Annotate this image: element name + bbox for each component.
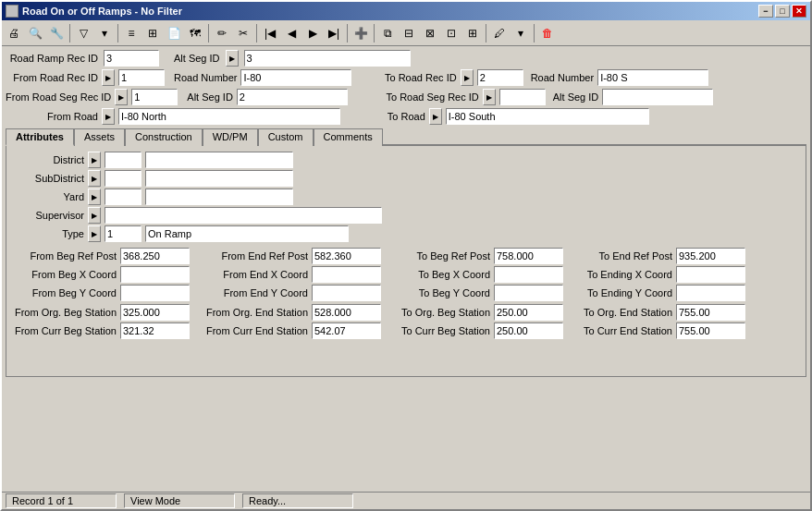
from-beg-ref-post-input[interactable] [120,248,190,264]
supervisor-input[interactable] [105,207,382,224]
close-button[interactable]: ✕ [792,5,806,18]
tab-attributes[interactable]: Attributes [6,128,74,146]
print-button[interactable]: 🖨 [4,23,24,43]
road-ramp-rec-id-input[interactable] [104,50,159,67]
from-org-end-input[interactable] [312,304,381,321]
tools-button[interactable]: 🔧 [46,23,67,43]
subdistrict-input1[interactable] [105,170,141,187]
edit-button[interactable]: ✏ [212,23,232,43]
tab-bar: Attributes Assets Construction WD/PM Cus… [6,128,806,146]
from-road-seg-rec-id-input[interactable] [131,89,178,105]
yard-arrow[interactable]: ▶ [88,189,101,205]
to-end-y-input[interactable] [676,285,745,301]
from-end-y-label: From End Y Coord [197,287,308,298]
district-input2[interactable] [145,152,293,168]
from-end-x-label: From End X Coord [197,269,308,280]
nav-last-button[interactable]: ▶| [324,23,344,43]
filter-down[interactable]: ▾ [94,23,115,43]
layers-btn1[interactable]: ⧉ [377,23,398,43]
to-road-input[interactable] [446,108,649,125]
to-road-rec-id-input[interactable] [477,69,523,86]
layers-btn5[interactable]: ⊞ [462,23,483,43]
supervisor-arrow[interactable]: ▶ [88,207,101,224]
highlight-down[interactable]: ▾ [511,23,531,43]
from-beg-y-input[interactable] [120,285,190,301]
from-end-y-input[interactable] [312,285,381,301]
filter-button[interactable]: ▽ [73,23,93,43]
from-beg-x-input[interactable] [120,266,190,283]
road-number-from-label: Road Number [174,72,237,83]
to-end-x-input[interactable] [676,266,745,283]
to-end-y-label: To Ending Y Coord [571,287,672,298]
alt-seg-id-label: Alt Seg ID [174,53,220,64]
type-arrow[interactable]: ▶ [88,225,101,242]
to-curr-beg-input[interactable] [494,322,563,339]
from-road-input[interactable] [118,108,340,125]
to-road-seg-rec-id-arrow[interactable]: ▶ [483,89,496,105]
from-road-seg-rec-id-arrow[interactable]: ▶ [115,89,128,105]
from-end-ref-post-input[interactable] [312,248,381,264]
district-input1[interactable] [105,152,141,168]
from-end-x-input[interactable] [312,266,381,283]
to-beg-y-input[interactable] [494,285,563,301]
beg-x-coord-row: From Beg X Coord From End X Coord To Beg… [10,266,802,283]
nav-first-button[interactable]: |◀ [260,23,280,43]
road-number-from-input[interactable] [240,69,351,86]
subdistrict-arrow[interactable]: ▶ [88,170,101,187]
view-button[interactable]: ⊞ [142,23,163,43]
to-road-rec-id-arrow[interactable]: ▶ [461,69,474,86]
main-content: Road Ramp Rec ID Alt Seg ID ▶ From Road … [2,46,810,492]
subdistrict-input2[interactable] [145,170,293,187]
nav-next-button[interactable]: ▶ [302,23,323,43]
map-button[interactable]: 🗺 [185,23,205,43]
nav-button[interactable]: ≡ [121,23,141,43]
to-curr-end-label: To Curr End Station [571,325,672,336]
from-org-beg-input[interactable] [120,304,190,321]
tab-comments[interactable]: Comments [314,128,383,146]
from-road-rec-id-input[interactable] [118,69,165,86]
from-beg-x-label: From Beg X Coord [10,269,117,280]
district-arrow[interactable]: ▶ [88,152,101,168]
layers-btn2[interactable]: ⊟ [399,23,419,43]
toolbar: 🖨 🔍 🔧 ▽ ▾ ≡ ⊞ 📄 🗺 ✏ ✂ |◀ ◀ ▶ ▶| ➕ ⧉ ⊟ ⊠ … [2,20,810,46]
delete-btn[interactable]: 🗑 [537,23,558,43]
alt-seg-id3-input[interactable] [602,89,713,105]
from-end-ref-post-label: From End Ref Post [197,250,308,262]
add-button[interactable]: ➕ [351,23,371,43]
nav-prev-button[interactable]: ◀ [281,23,301,43]
to-org-beg-input[interactable] [494,304,563,321]
to-beg-x-input[interactable] [494,266,563,283]
tab-construction[interactable]: Construction [125,128,203,146]
to-road-seg-rec-id-input[interactable] [499,89,546,105]
from-curr-beg-input[interactable] [120,322,190,339]
layers-btn4[interactable]: ⊡ [441,23,461,43]
alt-seg-id-input[interactable] [244,50,411,67]
road-number-to-input[interactable] [597,69,708,86]
alt-seg-id-arrow[interactable]: ▶ [226,50,239,67]
maximize-button[interactable]: □ [775,5,790,18]
layers-btn3[interactable]: ⊠ [420,23,440,43]
tab-wdpm[interactable]: WD/PM [203,128,258,146]
yard-input1[interactable] [105,189,141,205]
highlight-btn[interactable]: 🖊 [489,23,510,43]
to-road-arrow[interactable]: ▶ [429,108,442,125]
to-beg-ref-post-input[interactable] [494,248,563,264]
find-button[interactable]: 🔍 [25,23,45,43]
minimize-button[interactable]: − [758,5,773,18]
tab-assets[interactable]: Assets [74,128,125,146]
type-input2[interactable] [145,225,349,242]
report-button[interactable]: 📄 [164,23,184,43]
to-end-ref-post-input[interactable] [676,248,745,264]
to-beg-y-label: To Beg Y Coord [388,287,490,298]
yard-input2[interactable] [145,189,293,205]
from-beg-y-label: From Beg Y Coord [10,287,117,298]
alt-seg-id2-input[interactable] [237,89,348,105]
cut-button[interactable]: ✂ [233,23,253,43]
from-road-rec-id-arrow[interactable]: ▶ [102,69,115,86]
to-org-end-input[interactable] [676,304,745,321]
type-input1[interactable] [105,225,141,242]
from-road-arrow[interactable]: ▶ [102,108,115,125]
from-curr-end-input[interactable] [312,322,381,339]
tab-custom[interactable]: Custom [258,128,314,146]
to-curr-end-input[interactable] [676,322,745,339]
